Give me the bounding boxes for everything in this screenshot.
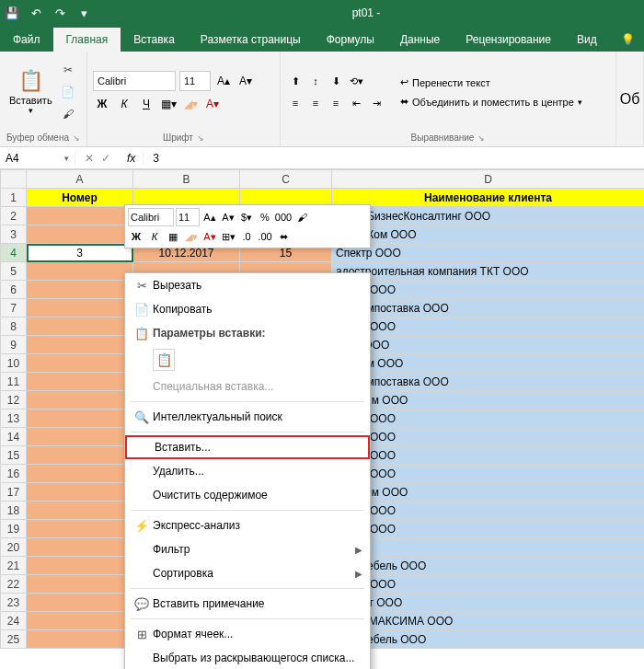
cell[interactable]: екломебель ООО [332,630,645,649]
enter-icon[interactable]: ✓ [101,152,110,165]
paste-option-default-icon[interactable]: 📋 [153,349,175,371]
qat-dropdown-icon[interactable]: ▾ [75,5,92,21]
mini-font-size[interactable] [176,208,200,226]
mini-comma-icon[interactable]: 000 [275,209,292,225]
mini-font-color-icon[interactable]: A▾ [201,228,218,245]
copy-icon[interactable]: 📄 [60,84,76,100]
formula-content[interactable]: 3 [144,152,644,165]
name-box-dropdown-icon[interactable]: ▾ [64,154,69,163]
row-header[interactable]: 13 [1,409,27,428]
fill-color-button[interactable]: ◢▾ [181,95,200,113]
row-header[interactable]: 9 [1,336,27,354]
row-header[interactable]: 8 [1,317,27,336]
cell[interactable] [27,373,133,391]
col-header-C[interactable]: C [240,170,332,189]
cell[interactable] [27,317,133,336]
cell[interactable] [27,428,133,446]
col-header-B[interactable]: B [133,170,240,189]
row-header[interactable]: 20 [1,538,27,557]
cell[interactable]: енада ООО [332,281,645,299]
font-name-input[interactable] [93,71,176,91]
align-center-icon[interactable]: ≡ [306,94,325,112]
cell[interactable]: ортТайм ООО [332,483,645,502]
row-header[interactable]: 12 [1,391,27,409]
row-header[interactable]: 23 [1,594,27,612]
cell[interactable] [27,409,133,428]
cell[interactable] [27,336,133,354]
cell[interactable]: СтройКом ООО [332,225,645,244]
format-painter-icon[interactable]: 🖌 [60,106,76,122]
cell[interactable] [27,281,133,299]
tab-formulas[interactable]: Формулы [314,28,387,52]
row-header[interactable]: 5 [1,262,27,281]
underline-button[interactable]: Ч [137,95,155,113]
mini-shrink-font-icon[interactable]: A▾ [220,209,236,225]
italic-button[interactable]: К [115,95,133,113]
mini-percent-icon[interactable]: % [257,209,273,225]
menu-insert-comment[interactable]: 💬Вставить примечание [125,592,370,616]
row-header[interactable]: 25 [1,630,27,649]
cell[interactable]: ецпромпоставка ООО [332,299,645,317]
menu-delete[interactable]: Удалить... [125,459,370,483]
mini-bold-button[interactable]: Ж [128,228,144,245]
mini-accounting-icon[interactable]: $▾ [238,209,255,225]
menu-smart-lookup[interactable]: 🔍Интеллектуальный поиск [125,405,370,429]
cell[interactable]: ройКом ООО [332,354,645,373]
select-all-corner[interactable] [1,170,27,189]
row-header[interactable]: 1 [1,189,27,207]
cell[interactable] [27,557,133,575]
row-header[interactable]: 17 [1,483,27,502]
redo-icon[interactable]: ↷ [52,5,68,21]
cell[interactable] [27,483,133,502]
menu-insert[interactable]: Вставить... [125,435,370,459]
row-header[interactable]: 3 [1,225,27,244]
orientation-icon[interactable]: ⟲▾ [347,72,365,90]
cancel-icon[interactable]: ✕ [85,152,94,165]
row-header[interactable]: 2 [1,207,27,225]
cell[interactable] [27,225,133,244]
mini-grow-font-icon[interactable]: A▴ [201,209,218,225]
mini-fill-color-icon[interactable]: ◢▾ [183,228,200,245]
cell[interactable] [27,575,133,594]
cell[interactable]: енада ООО [332,575,645,594]
menu-format-cells[interactable]: ⊞Формат ячеек... [125,622,370,646]
cell[interactable]: аломит ООО [332,594,645,612]
cell[interactable]: енада ООО [332,446,645,465]
mini-decimal-dec-icon[interactable]: .0 [238,228,255,245]
cell[interactable] [27,520,133,538]
cell[interactable] [27,630,133,649]
cell[interactable]: енада ООО [332,317,645,336]
cell[interactable] [27,354,133,373]
font-launcher-icon[interactable]: ↘ [197,133,204,143]
cell[interactable] [27,594,133,612]
row-header[interactable]: 7 [1,299,27,317]
paste-button[interactable]: 📋 Вставить ▾ [6,65,56,119]
row-header[interactable]: 11 [1,373,27,391]
row-header[interactable]: 4 [1,244,27,262]
tab-view[interactable]: Вид [564,28,610,52]
tell-me-icon[interactable]: 💡 [612,28,644,52]
mini-borders-icon[interactable]: ▦ [165,228,181,245]
cell[interactable] [27,299,133,317]
align-top-icon[interactable]: ⬆ [286,72,305,90]
mini-decimal-inc-icon[interactable]: .00 [257,228,273,245]
row-header[interactable]: 6 [1,281,27,299]
name-box[interactable]: A4 ▾ [0,152,75,165]
cell[interactable]: Наименование клиента [332,189,645,207]
row-header[interactable]: 19 [1,520,27,538]
bold-button[interactable]: Ж [93,95,111,113]
cell[interactable] [27,502,133,520]
cell[interactable]: ецпромпоставка ООО [332,373,645,391]
cell[interactable]: енада ООО [332,520,645,538]
row-header[interactable]: 18 [1,502,27,520]
cell[interactable] [332,538,645,557]
cell[interactable] [27,446,133,465]
cell[interactable]: ортТайм ООО [332,391,645,409]
font-size-input[interactable] [179,71,211,91]
menu-copy[interactable]: 📄Копировать [125,297,370,321]
cell[interactable] [27,538,133,557]
cell[interactable]: Спектр ООО [332,244,645,262]
grow-font-icon[interactable]: A▴ [214,72,233,90]
tab-pagelayout[interactable]: Разметка страницы [188,28,314,52]
undo-icon[interactable]: ↶ [28,5,44,21]
